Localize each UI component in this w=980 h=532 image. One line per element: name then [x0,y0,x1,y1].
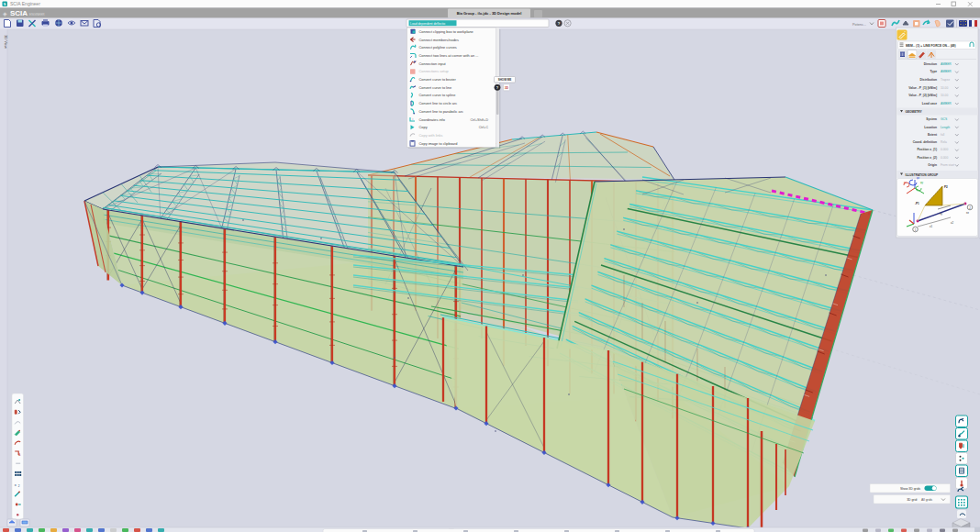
svg-text:Connections setup: Connections setup [419,69,449,73]
svg-text:GEOMETRY: GEOMETRY [906,110,923,114]
svg-text:-P1: -P1 [915,202,919,205]
svg-text:Length: Length [941,126,950,129]
svg-text:AMBER: AMBER [941,70,952,73]
svg-text:Connect polyline curves: Connect polyline curves [419,45,457,50]
svg-text:Convert curve to bezier: Convert curve to bezier [419,77,457,82]
svg-text:Copy with links: Copy with links [419,133,443,138]
svg-text:Extent: Extent [928,133,938,137]
svg-text:S: S [4,2,6,6]
svg-text:All grids: All grids [921,498,932,502]
svg-text:AMBER: AMBER [941,62,952,66]
svg-text:0.000: 0.000 [941,156,948,160]
svg-text:10.00: 10.00 [941,86,948,90]
svg-text:Convert line to circle arc: Convert line to circle arc [419,101,458,105]
svg-text:Connect two lines at corner wi: Connect two lines at corner with an ... [419,53,479,58]
svg-text:Distribution: Distribution [920,78,938,82]
svg-text:Show 3D grids: Show 3D grids [900,487,920,491]
svg-text:3D View: 3D View [4,35,8,49]
svg-text:Ctrl+C: Ctrl+C [479,126,489,129]
svg-text:x2: x2 [951,221,953,225]
svg-text:Coordinates info: Coordinates info [419,117,445,122]
svg-text:Convert curve to line: Convert curve to line [419,85,452,90]
svg-text:System: System [926,117,937,121]
svg-text:Origin: Origin [928,163,937,167]
svg-text:Coord. definition: Coord. definition [913,140,937,144]
svg-text:0.000: 0.000 [941,148,948,151]
svg-text:Rela: Rela [941,140,947,144]
svg-text:Position x_(1): Position x_(1) [917,148,937,151]
svg-text:Copy: Copy [419,125,428,129]
svg-text:Value - P_(1) [kN/m]: Value - P_(1) [kN/m] [908,86,937,90]
svg-text:P2: P2 [944,185,948,189]
svg-text:SCIA Engineer: SCIA Engineer [10,1,40,6]
svg-text:Connect members/nodes: Connect members/nodes [419,38,460,42]
svg-text:Ctrl+Shift+D: Ctrl+Shift+D [470,118,488,122]
svg-text:Connection input: Connection input [419,61,447,66]
svg-text:Trapez: Trapez [941,78,950,82]
svg-text:Value - P_(2) [kN/m]: Value - P_(2) [kN/m] [908,94,937,97]
svg-text:ENGINEER: ENGINEER [29,13,45,17]
svg-text:Copy image to clipboard: Copy image to clipboard [419,141,458,146]
svg-text:10.00: 10.00 [941,94,948,97]
svg-text:?: ? [558,21,561,26]
svg-text:Type: Type [930,70,938,73]
svg-text:MEM... (1) + LINE FORCE ON...: MEM... (1) + LINE FORCE ON... (49) [906,44,956,48]
svg-text:SCIA: SCIA [10,9,28,17]
svg-text:Position x_(2): Position x_(2) [917,156,937,160]
svg-text:3D grid:: 3D grid: [907,498,918,502]
svg-text:Direction: Direction [924,62,937,66]
svg-text:x: x [15,482,17,487]
svg-text:Convert line to parabolic arc: Convert line to parabolic arc [419,109,463,114]
svg-text:From start: From start [941,163,954,167]
svg-text:A: A [18,453,20,457]
svg-text:Load case: Load case [922,102,937,105]
svg-text:Convert curve to spline: Convert curve to spline [419,93,456,97]
svg-text:Load dependent deflectio: Load dependent deflectio [410,22,445,26]
svg-text:x1: x1 [930,225,932,228]
svg-text:Location: Location [924,126,937,129]
svg-text:Potenc...: Potenc... [852,23,866,27]
svg-text:ILLUSTRATION GROUP: ILLUSTRATION GROUP [906,173,940,177]
svg-text:Bia Group - ilo-jdc - 3D Desig: Bia Group - ilo-jdc - 3D Design model [457,11,522,16]
svg-text:AMBER: AMBER [941,102,952,105]
svg-text:Connect clipping box to workpl: Connect clipping box to workplane [419,29,473,34]
svg-text:full: full [941,133,944,137]
svg-text:SHOW ME: SHOW ME [498,78,512,82]
svg-text:GCS: GCS [941,117,948,121]
svg-text:◈: ◈ [3,11,7,17]
